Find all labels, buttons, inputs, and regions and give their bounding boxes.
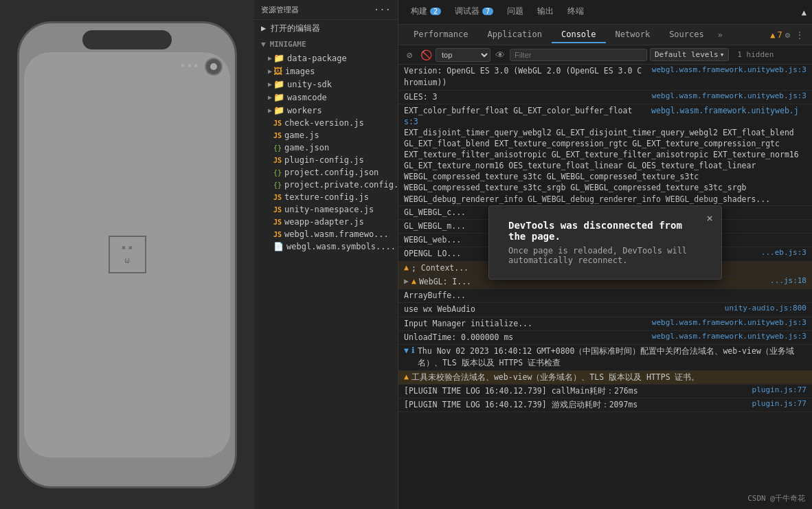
phone-notch [82, 30, 172, 49]
list-item[interactable]: ▶ JS texture-config.js [254, 191, 398, 203]
open-editor-section[interactable]: ▶ 打开的编辑器 [254, 20, 398, 37]
log-source[interactable]: webgl.wasm.framework.unityweb.js:3 [652, 332, 807, 341]
file-label: game.json [284, 143, 329, 152]
log-line: ArrayBuffe... [398, 289, 812, 303]
more-options-icon[interactable]: ⋮ [793, 27, 807, 43]
log-line: ▲ 工具未校验合法域名、web-view（业务域名）、TLS 版本以及 HTTP… [398, 371, 812, 385]
list-item[interactable]: ▶ {} project.private.config.... [254, 179, 398, 191]
warning-count-label: 7 [778, 30, 782, 40]
list-item[interactable]: ▶ {} project.config.json [254, 166, 398, 179]
tab-issues[interactable]: 问题 [500, 1, 530, 23]
tab-performance-label: Performance [414, 30, 468, 39]
tab-build-label: 构建 [411, 5, 427, 17]
file-arrow-placeholder: ▶ [268, 218, 272, 226]
eye-icon[interactable]: 👁 [493, 48, 507, 62]
log-text: Input Manager initialize... [404, 318, 646, 330]
phone-frame: ••• ✖ ✖ ω [17, 21, 237, 488]
list-item[interactable]: ▶ 📁 workers [254, 104, 398, 117]
file-label: game.js [284, 131, 319, 140]
list-item[interactable]: ▶ 📁 wasmcode [254, 91, 398, 104]
tab-console[interactable]: Console [552, 27, 606, 43]
file-tree-more-icon[interactable]: ··· [374, 4, 391, 15]
clear-console-btn[interactable]: 🚫 [419, 48, 433, 62]
file-tree-panel: 资源管理器 ··· ▶ 打开的编辑器 ▼ MINIGAME ▶ 📁 data-p… [254, 0, 398, 509]
file-label: weapp-adapter.js [284, 217, 364, 227]
file-label: check-version.js [284, 118, 364, 128]
tab-more-btn[interactable]: » [714, 27, 727, 43]
file-arrow-placeholder: ▶ [268, 132, 272, 139]
default-levels-btn[interactable]: Default levels ▾ [650, 48, 729, 61]
tab-performance[interactable]: Performance [404, 27, 477, 43]
tab-collapse-btn[interactable]: ▲ [802, 8, 807, 17]
devtools-panel: 构建 2 调试器 7 问题 输出 终端 ▲ Performance Applic… [398, 0, 812, 509]
minigame-label: MINIGAME [270, 40, 306, 49]
minigame-arrow-icon: ▼ [261, 40, 266, 49]
list-item[interactable]: ▶ JS unity-namespace.js [254, 203, 398, 216]
list-item[interactable]: ▶ {} game.json [254, 142, 398, 154]
file-tree-header: 资源管理器 ··· [254, 0, 398, 20]
phone-record-btn[interactable] [205, 58, 223, 76]
file-label: project.config.json [284, 168, 379, 177]
stop-recording-btn[interactable]: ⊘ [403, 48, 416, 62]
file-label: images [285, 67, 315, 76]
settings-icon[interactable]: ⚙ [782, 27, 793, 43]
file-arrow-placeholder: ▶ [268, 181, 272, 189]
log-source[interactable]: webgl.wasm.framework.unityweb.js:3 [652, 318, 807, 327]
phone-dots-icon: ••• [179, 60, 199, 73]
console-output[interactable]: Version: OpenGL ES 3.0 (WebGL 2.0 (OpenG… [398, 65, 812, 509]
tab-terminal-label: 终端 [567, 5, 584, 17]
log-line: [PLUGIN TIME LOG 16:40.12.739] callMain耗… [398, 385, 812, 398]
list-item[interactable]: ▶ JS weapp-adapter.js [254, 216, 398, 228]
console-sub-tab-bar: Performance Application Console Network … [398, 25, 812, 45]
default-levels-label: Default levels [655, 50, 719, 59]
filter-input[interactable] [510, 49, 647, 61]
minigame-section[interactable]: ▼ MINIGAME [254, 37, 398, 52]
log-text: Version: OpenGL ES 3.0 (WebGL 2.0 (OpenG… [404, 65, 646, 89]
phone-simulator: ••• ✖ ✖ ω [0, 0, 254, 509]
disconnect-overlay: × DevTools was disconnected from the pag… [488, 205, 722, 280]
log-text: use wx WebAudio [404, 304, 664, 315]
log-text: GLES: 3 [404, 91, 646, 103]
js-icon: JS [273, 132, 282, 139]
devtools-tab-bar: 构建 2 调试器 7 问题 输出 终端 ▲ [398, 0, 812, 25]
tab-application[interactable]: Application [477, 27, 551, 43]
tab-issues-label: 问题 [507, 5, 523, 17]
expand-arrow-icon[interactable]: ▶ [404, 276, 409, 286]
file-arrow-placeholder: ▶ [268, 157, 272, 164]
folder-arrow-icon: ▶ [268, 54, 272, 62]
log-source[interactable]: webgl.wasm.framework.unityweb.js:3 [652, 65, 807, 74]
log-source[interactable]: plugin.js:77 [669, 385, 807, 394]
close-icon[interactable]: × [706, 212, 713, 225]
list-item[interactable]: ▶ 🖼 images [254, 65, 398, 78]
phone-controls: ••• [179, 58, 223, 76]
tab-debugger[interactable]: 调试器 7 [448, 1, 500, 23]
list-item[interactable]: ▶ 📁 unity-sdk [254, 78, 398, 91]
tab-console-label: Console [561, 30, 596, 39]
tab-debugger-label: 调试器 [455, 5, 480, 17]
list-item[interactable]: ▶ 📁 data-package [254, 52, 398, 65]
collapse-icon: ▲ [802, 8, 807, 17]
tab-build[interactable]: 构建 2 [404, 1, 448, 23]
log-source[interactable]: unity-audio.js:800 [669, 304, 807, 313]
log-source[interactable]: plugin.js:77 [669, 399, 807, 408]
tab-terminal[interactable]: 终端 [561, 1, 591, 23]
list-item[interactable]: ▶ 📄 webgl.wasm.symbols.... [254, 240, 398, 253]
log-line: Input Manager initialize... webgl.wasm.f… [398, 317, 812, 331]
warning-icon: ▲ [404, 262, 409, 272]
list-item[interactable]: ▶ JS game.js [254, 129, 398, 142]
list-item[interactable]: ▶ JS check-version.js [254, 117, 398, 129]
expand-arrow-icon[interactable]: ▼ [404, 346, 409, 355]
tab-sources[interactable]: Sources [659, 27, 714, 43]
tab-output[interactable]: 输出 [530, 1, 561, 23]
list-item[interactable]: ▶ JS webgl.wasm.framewо... [254, 228, 398, 240]
tab-application-label: Application [487, 30, 541, 39]
file-icon: 📄 [273, 242, 284, 251]
context-select[interactable]: top [436, 48, 490, 62]
tab-network[interactable]: Network [606, 27, 660, 43]
error-display: ✖ ✖ ω [109, 236, 146, 273]
log-source[interactable]: webgl.wasm.framework.unityweb.js:3 [652, 91, 807, 100]
js-icon: JS [273, 231, 282, 238]
list-item[interactable]: ▶ JS plugin-config.js [254, 154, 398, 166]
file-label: wasmcode [287, 93, 327, 102]
log-text: UnloadTime: 0.000000 ms [404, 332, 646, 343]
